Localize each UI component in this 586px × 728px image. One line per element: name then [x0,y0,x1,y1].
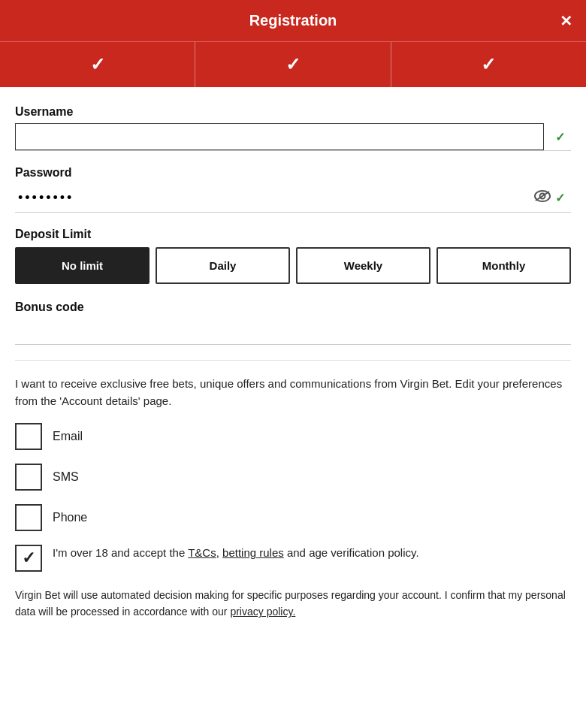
privacy-text: Virgin Bet will use automated decision m… [15,587,571,621]
bonus-code-input[interactable] [15,319,571,338]
deposit-monthly-button[interactable]: Monthly [436,247,571,284]
tc-checkbox[interactable] [15,545,42,572]
progress-bar: ✓ ✓ ✓ [0,41,586,87]
username-input[interactable] [15,123,544,150]
progress-step-2: ✓ [195,42,391,87]
header: Registration ✕ [0,0,586,41]
privacy-policy-link[interactable]: privacy policy. [230,606,295,618]
eye-toggle-icon[interactable] [534,190,551,206]
step2-check: ✓ [285,54,301,75]
password-label: Password [15,166,571,180]
deposit-daily-button[interactable]: Daily [156,247,290,284]
password-group: Password ✓ [15,166,571,213]
sms-label: SMS [53,470,79,484]
username-label: Username [15,105,571,119]
username-group: Username ✓ [15,105,571,151]
progress-step-1: ✓ [0,42,195,87]
email-checkbox-item: Email [15,423,571,450]
password-check-icon: ✓ [555,191,565,205]
step3-check: ✓ [481,54,496,75]
sms-checkbox-item: SMS [15,464,571,491]
sms-checkbox[interactable] [15,464,42,491]
tc-item: I'm over 18 and accept the T&Cs, betting… [15,545,571,572]
progress-step-3: ✓ [391,42,586,87]
header-title: Registration [249,12,337,29]
email-label: Email [53,430,83,443]
password-icons: ✓ [534,190,565,206]
marketing-text: I want to receive exclusive free bets, u… [15,376,571,409]
deposit-weekly-button[interactable]: Weekly [296,247,430,284]
bonus-code-group: Bonus code [15,301,571,345]
divider [15,360,571,361]
betting-rules-link[interactable]: betting rules [222,546,284,559]
phone-checkbox[interactable] [15,504,42,531]
bonus-input-wrapper [15,319,571,345]
tc-text: I'm over 18 and accept the T&Cs, betting… [53,545,419,562]
username-input-wrapper: ✓ [15,123,571,151]
password-input-wrapper: ✓ [15,184,571,213]
username-check-icon: ✓ [555,130,565,144]
close-button[interactable]: ✕ [560,12,572,30]
email-checkbox[interactable] [15,423,42,450]
phone-label: Phone [53,511,87,524]
deposit-no-limit-button[interactable]: No limit [15,247,150,284]
bonus-code-label: Bonus code [15,301,571,314]
password-input[interactable] [15,184,526,212]
main-content: Username ✓ Password ✓ [0,87,586,636]
deposit-limit-group: Deposit Limit No limit Daily Weekly Mont… [15,228,571,284]
username-icons: ✓ [555,130,565,144]
deposit-buttons: No limit Daily Weekly Monthly [15,247,571,284]
phone-checkbox-item: Phone [15,504,571,531]
tc-link[interactable]: T&Cs [188,546,216,559]
deposit-limit-label: Deposit Limit [15,228,571,241]
step1-check: ✓ [90,54,105,75]
